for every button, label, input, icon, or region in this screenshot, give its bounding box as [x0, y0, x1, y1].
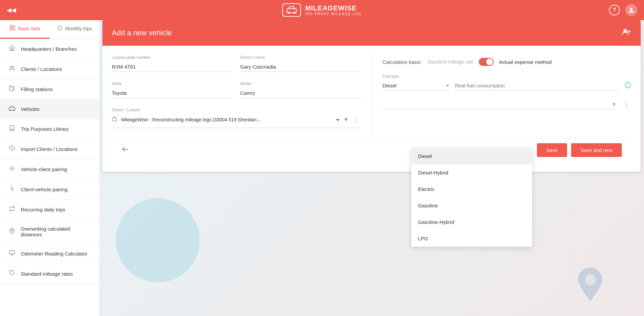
vehicles-icon [8, 106, 16, 113]
help-button[interactable]: ? [609, 5, 620, 15]
navbar-right: ? [609, 4, 637, 16]
svg-point-1 [288, 12, 290, 14]
driver-name-input[interactable] [240, 62, 361, 72]
second-select-chevron: ▼ [612, 102, 616, 107]
owner-more-button[interactable]: ⋮ [351, 114, 361, 125]
toggle-track [479, 58, 494, 66]
toggle-thumb [486, 58, 493, 65]
dropdown-item-gasoline-hybrid-label: Gasoline-Hybrid [418, 219, 454, 225]
save-and-new-button[interactable]: Save and new [571, 143, 622, 157]
hamburger-icon[interactable]: ◀◀ [7, 6, 16, 14]
vehicle-client-icon [8, 165, 16, 173]
dropdown-item-lpg[interactable]: LPG [411, 230, 532, 247]
tab-basic-data-label: Basic data [18, 26, 40, 31]
sidebar-item-vehicles[interactable]: Vehicles [0, 100, 99, 119]
user-avatar[interactable] [625, 4, 637, 16]
tab-monthly-trips-label: Monthly trips [65, 26, 92, 31]
import-clients-label: Import Clients / Locations [21, 146, 78, 152]
calc-basis-toggle[interactable] [479, 58, 494, 66]
fuel-section: Fuel type Diesel ▼ [382, 74, 631, 91]
dropdown-item-diesel-hybrid-label: Diesel-Hybrid [418, 170, 448, 175]
real-fuel-input[interactable] [455, 81, 619, 91]
sidebar-item-overwriting[interactable]: Overwriting calculated distances [0, 220, 99, 244]
card-footer: Save Save and new [112, 137, 631, 162]
navbar-left: ◀◀ [7, 6, 16, 14]
real-fuel-info-icon[interactable] [625, 82, 631, 90]
filling-stations-label: Filling stations [21, 86, 53, 92]
sidebar-item-headquarters[interactable]: Headquarters / Branches [0, 39, 99, 59]
dropdown-item-gasoline-label: Gasoline [418, 203, 438, 208]
sidebar-item-import-clients[interactable]: Import Clients / Locations [0, 139, 99, 159]
dropdown-item-electric[interactable]: Electric [411, 181, 532, 197]
owner-row: MileageWise - Reconstructing mileage log… [112, 114, 361, 128]
sidebar-item-clients[interactable]: Clients / Locations [0, 59, 99, 79]
second-more-button[interactable]: ⋮ [622, 99, 631, 110]
tab-basic-data[interactable]: Basic data [0, 20, 50, 39]
dropdown-item-diesel-hybrid[interactable]: Diesel-Hybrid [411, 164, 532, 181]
sidebar-item-odometer[interactable]: Odometer Reading Calculator [0, 244, 99, 264]
sidebar-tabs: Basic data Monthly trips [0, 20, 99, 39]
vehicle-client-label: Vehicle-client pairing [21, 166, 67, 172]
navbar-center: MILEAGEWISE IRS-PROOF MILEAGE LOG [282, 3, 362, 17]
sidebar-item-trip-purposes[interactable]: Trip Purposes Library [0, 119, 99, 139]
add-user-button[interactable] [622, 28, 631, 38]
fuel-input-row: Diesel ▼ [382, 81, 631, 91]
recurring-trips-label: Recurring daily trips [21, 207, 65, 212]
main-content: Add a new vehicle License plate number [99, 20, 644, 316]
vehicles-label: Vehicles [21, 106, 40, 112]
fuel-chevron-icon: ▼ [446, 83, 450, 88]
bg-circle-blue [116, 198, 200, 282]
footer-buttons: Save Save and new [537, 143, 622, 157]
dropdown-item-diesel-label: Diesel [418, 153, 432, 159]
dropdown-item-lpg-label: LPG [418, 236, 428, 241]
license-plate-label: License plate number [112, 55, 232, 60]
brand-sub: IRS-PROOF MILEAGE LOG [305, 12, 362, 16]
dropdown-item-gasoline-hybrid[interactable]: Gasoline-Hybrid [411, 214, 532, 230]
brand-name: MILEAGEWISE [305, 4, 362, 12]
odometer-label: Odometer Reading Calculator [21, 251, 87, 256]
import-clients-icon [8, 145, 16, 153]
monthly-trips-icon [57, 25, 63, 32]
svg-point-24 [585, 274, 596, 285]
model-input[interactable] [240, 88, 361, 98]
fuel-select-display[interactable]: Diesel ▼ [382, 81, 450, 91]
vehicle-card-title: Add a new vehicle [112, 29, 172, 37]
calc-basis-right: Actual expense method [499, 59, 552, 65]
owner-group: Owner / Lessee MileageWise - Reconstruct… [112, 108, 361, 128]
make-input[interactable] [112, 88, 232, 98]
svg-point-17 [11, 188, 13, 190]
svg-point-16 [11, 168, 13, 169]
fuel-selected-value: Diesel [382, 83, 397, 88]
sidebar-item-client-vehicle[interactable]: Client-vehicle pairing [0, 180, 99, 200]
back-button[interactable] [121, 145, 129, 155]
svg-rect-19 [10, 250, 15, 254]
bg-pin-blue [577, 268, 604, 303]
dropdown-item-gasoline[interactable]: Gasoline [411, 197, 532, 214]
dropdown-item-diesel[interactable]: Diesel [411, 148, 532, 164]
sidebar-item-vehicle-client[interactable]: Vehicle-client pairing [0, 159, 99, 180]
logo-car-icon [286, 6, 297, 14]
save-button[interactable]: Save [537, 143, 567, 157]
license-plate-input[interactable] [112, 62, 232, 72]
fuel-type-label: Fuel type [382, 74, 631, 79]
brand: MILEAGEWISE IRS-PROOF MILEAGE LOG [305, 4, 362, 16]
form-main-columns: License plate number Driver's name Make [112, 55, 631, 135]
owner-select[interactable]: MileageWise - Reconstructing mileage log… [120, 117, 340, 123]
svg-point-3 [630, 8, 632, 10]
second-select-group: ▼ [382, 100, 616, 109]
svg-point-18 [11, 230, 13, 231]
driver-name-label: Driver's name [240, 55, 361, 60]
client-vehicle-icon [8, 186, 16, 193]
sidebar-item-standard-mileage[interactable]: Standard mileage rates [0, 264, 99, 284]
calc-basis-left: Standard mileage rate [427, 59, 474, 65]
sidebar: Basic data Monthly trips Headquarters / … [0, 20, 99, 316]
model-label: Model [240, 81, 361, 86]
client-vehicle-label: Client-vehicle pairing [21, 187, 67, 192]
tab-monthly-trips[interactable]: Monthly trips [50, 20, 99, 39]
owner-dropdown-icon: ▼ [343, 117, 349, 123]
headquarters-icon [8, 45, 16, 53]
second-select-display[interactable]: ▼ [382, 100, 616, 109]
sidebar-item-recurring-trips[interactable]: Recurring daily trips [0, 200, 99, 220]
svg-point-9 [10, 66, 12, 68]
sidebar-item-filling-stations[interactable]: Filling stations [0, 79, 99, 100]
